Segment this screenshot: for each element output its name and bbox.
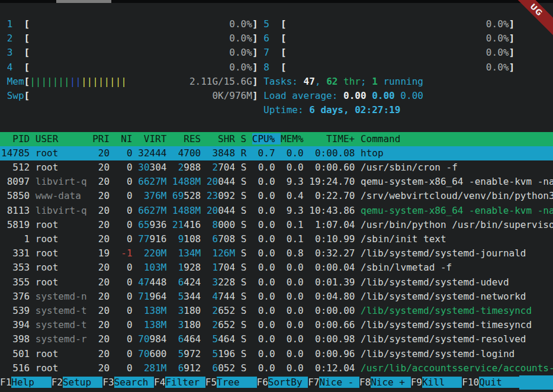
cpu-meter-value: 0.0% <box>229 33 252 44</box>
cell-res: 4700 <box>172 147 201 159</box>
window-top-strip <box>0 0 553 3</box>
column-header-mem[interactable]: MEM% <box>281 133 309 144</box>
column-header-shr[interactable]: SHR <box>207 133 241 144</box>
cell-user: systemd-t <box>36 305 87 316</box>
cell-virt: 32444 <box>138 147 166 159</box>
cell-res: 5344 <box>172 291 201 302</box>
meter-close-bracket: ] <box>509 62 515 73</box>
cell-virt: 138M <box>138 305 166 316</box>
process-row-353[interactable]: 353 root 20 0 103M 1928 1704 S 0.0 0.0 0… <box>0 261 553 275</box>
cell-time: 0:22.70 <box>309 190 355 201</box>
window-top-strip-tab[interactable] <box>56 0 111 3</box>
fn-f10-quit[interactable]: F10Quit <box>462 375 519 390</box>
process-row-14785[interactable]: 14785 root 20 0 32444 4700 3848 R 0.7 0.… <box>0 146 553 160</box>
cell-virt: 47448 <box>138 277 166 288</box>
process-row-512[interactable]: 512 root 20 0 30304 2988 2704 S 0.0 0.0 … <box>0 160 553 175</box>
cell-shr: 8000 <box>207 219 235 230</box>
process-row-331[interactable]: 331 root 19 -1 220M 134M 126M S 0.0 0.8 … <box>0 246 553 261</box>
process-row-1[interactable]: 1 root 20 0 77916 9108 6708 S 0.0 0.1 0:… <box>0 232 553 246</box>
cell-res: 5972 <box>172 348 201 359</box>
cell-user: root <box>36 348 87 359</box>
column-header-pid[interactable]: PID <box>1 133 36 144</box>
fn-f9-kill[interactable]: F9Kill <box>411 375 462 390</box>
mem-bar-green: ||||||| <box>30 76 69 87</box>
fn-f4-filter[interactable]: F4Filter <box>154 375 205 390</box>
cell-cpu: 0.0 <box>252 176 275 187</box>
cell-time: 0:00.98 <box>309 333 355 345</box>
cell-pri: 20 <box>92 205 110 216</box>
cell-cmd: qemu-system-x86_64 -enable-kvm -na <box>361 176 553 187</box>
fn-f6-sortby[interactable]: F6SortBy <box>257 375 308 390</box>
cell-pri: 20 <box>92 333 110 345</box>
column-header-s[interactable]: S <box>241 133 252 144</box>
cell-shr: 6052 <box>207 362 235 374</box>
function-key-bar: F1Help F2Setup F3Search F4Filter F5Tree … <box>0 375 553 390</box>
fn-f1-help[interactable]: F1Help <box>0 375 52 390</box>
cell-time: 0:00.04 <box>309 262 355 273</box>
cell-cpu: 0.0 <box>252 362 275 374</box>
cell-ni: 0 <box>115 291 133 302</box>
cell-res: 134M <box>172 248 201 259</box>
fn-f5-tree[interactable]: F5Tree <box>205 375 257 390</box>
cpu-meter-value: 0.0% <box>486 18 509 30</box>
cell-pid: 353 <box>1 262 30 273</box>
process-row-8113[interactable]: 8113 libvirt-q 20 0 6627M 1488M 20044 S … <box>0 204 553 218</box>
process-row-394[interactable]: 394 systemd-t 20 0 138M 3180 2652 S 0.0 … <box>0 318 553 332</box>
cell-ni: 0 <box>115 176 133 187</box>
column-header-ni[interactable]: NI <box>115 133 139 144</box>
cell-shr: 2704 <box>207 162 235 173</box>
cell-user: libvirt-q <box>36 205 87 216</box>
cell-pid: 376 <box>1 291 30 302</box>
mem-bar-blue: || <box>70 76 81 87</box>
cell-ni: 0 <box>115 219 133 230</box>
cell-pri: 20 <box>92 277 110 288</box>
cell-shr: 4744 <box>207 291 235 302</box>
column-header-pri[interactable]: PRI <box>92 133 115 144</box>
cell-ni: -1 <box>115 248 133 259</box>
cell-ni: 0 <box>115 319 133 330</box>
process-row-8097[interactable]: 8097 libvirt-q 20 0 6627M 1488M 20044 S … <box>0 175 553 189</box>
fn-f3-search[interactable]: F3Search <box>102 375 154 390</box>
cell-mem: 0.4 <box>281 190 304 201</box>
cpu-meter-label-3: 3 <box>7 47 24 58</box>
cpu-meter-value: 0.0% <box>486 33 509 44</box>
meter-open-bracket: [ <box>24 18 30 30</box>
fn-action-label: Kill <box>422 377 462 388</box>
cell-s: S <box>241 319 247 330</box>
column-header-virt[interactable]: VIRT <box>138 133 172 144</box>
cell-cmd: /lib/systemd/systemd-logind <box>361 348 515 359</box>
cell-res: 1928 <box>172 262 201 273</box>
process-row-501[interactable]: 501 root 20 0 70600 5972 5196 S 0.0 0.0 … <box>0 347 553 361</box>
fn-f8-nice-[interactable]: F8Nice + <box>359 375 411 390</box>
process-row-5819[interactable]: 5819 root 20 0 65936 21416 8000 S 0.0 0.… <box>0 218 553 232</box>
fn-f7-nice-[interactable]: F7Nice - <box>308 375 359 390</box>
cell-s: S <box>241 248 247 259</box>
process-row-355[interactable]: 355 root 20 0 47448 6424 3228 S 0.0 0.0 … <box>0 275 553 290</box>
fn-action-label: Help <box>11 377 51 388</box>
fn-key-label: F9 <box>411 377 422 388</box>
column-header-user[interactable]: USER <box>36 133 92 144</box>
process-row-376[interactable]: 376 systemd-n 20 0 71964 5344 4744 S 0.0… <box>0 290 553 304</box>
cell-s: S <box>241 233 247 245</box>
column-header-res[interactable]: RES <box>172 133 207 144</box>
cell-mem: 0.8 <box>281 248 304 259</box>
column-header-cmd[interactable]: Command <box>361 133 400 144</box>
cell-cmd: htop <box>361 147 384 159</box>
cell-time: 0:00.96 <box>309 348 355 359</box>
fn-f2-setup[interactable]: F2Setup <box>52 375 103 390</box>
cell-time: 0:12.04 <box>309 362 355 374</box>
process-row-5850[interactable]: 5850 www-data 20 0 376M 69528 23092 S 0.… <box>0 189 553 203</box>
process-row-398[interactable]: 398 systemd-r 20 0 70984 6464 5464 S 0.0… <box>0 332 553 346</box>
column-header-time[interactable]: TIME+ <box>309 133 361 144</box>
cell-res: 9108 <box>172 233 201 245</box>
process-row-516[interactable]: 516 root 20 0 281M 6912 6052 S 0.0 0.0 0… <box>0 361 553 375</box>
column-header-cpu[interactable]: CPU% <box>252 133 281 144</box>
cell-cpu: 0.7 <box>252 147 275 159</box>
process-row-539[interactable]: 539 systemd-t 20 0 138M 3180 2652 S 0.0 … <box>0 304 553 318</box>
cell-virt: 376M <box>138 190 166 201</box>
cell-pri: 20 <box>92 291 110 302</box>
fn-key-label: F6 <box>257 377 268 388</box>
cell-pid: 516 <box>1 362 30 374</box>
cell-s: S <box>241 277 247 288</box>
cell-mem: 0.0 <box>281 305 304 316</box>
